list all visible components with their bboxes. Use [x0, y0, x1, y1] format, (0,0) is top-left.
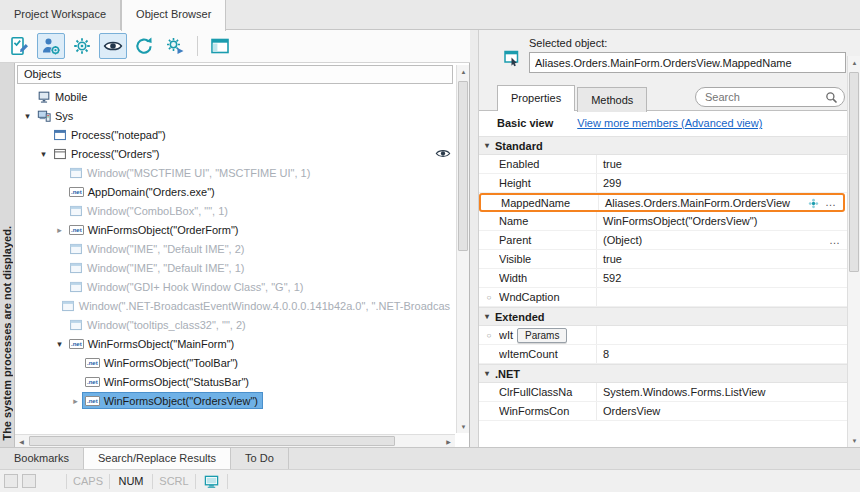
property-value[interactable]: 299	[596, 174, 847, 192]
collapse-chevron-icon[interactable]: ▾	[479, 312, 495, 321]
tree-item[interactable]: Window("IME", "Default IME", 1)	[15, 258, 455, 277]
tree-item-content[interactable]: Sys	[34, 107, 78, 124]
property-group-header[interactable]: ▾.NET	[479, 364, 847, 383]
tree-item-content[interactable]: Window("MSCTFIME UI", "MSCTFIME UI", 1)	[66, 164, 315, 181]
tree-item-content[interactable]: .netWinFormsObject("StatusBar")	[82, 373, 254, 390]
property-value[interactable]: Aliases.Orders.MainForm.OrdersView	[598, 195, 843, 210]
scrollbar-thumb[interactable]	[849, 72, 859, 272]
collapse-chevron-icon[interactable]: ▾	[479, 141, 495, 150]
tab-methods[interactable]: Methods	[577, 87, 647, 112]
property-row-enabled[interactable]: Enabledtrue	[479, 155, 847, 174]
tree-item[interactable]: .netWinFormsObject("ToolBar")	[15, 353, 455, 372]
expander-expanded-icon[interactable]: ▾	[37, 149, 50, 159]
scrollbar-thumb[interactable]	[458, 81, 468, 251]
tree-item-content[interactable]: .netWinFormsObject("OrderForm")	[66, 221, 244, 238]
tree-item[interactable]: ▾.netWinFormsObject("MainForm")	[15, 334, 455, 353]
property-row-width[interactable]: Width592	[479, 269, 847, 288]
edit-checklist-button[interactable]	[6, 33, 34, 59]
tree-item-content[interactable]: Window(".NET-BroadcastEventWindow.4.0.0.…	[58, 297, 455, 314]
tree-item-content[interactable]: Window("IME", "Default IME", 1)	[66, 259, 249, 276]
property-row-clrfullclassna[interactable]: ClrFullClassNaSystem.Windows.Forms.ListV…	[479, 383, 847, 402]
expander-expanded-icon[interactable]: ▾	[21, 111, 34, 121]
property-value[interactable]: true	[596, 250, 847, 268]
tree-item-content[interactable]: .netWinFormsObject("OrdersView")	[82, 392, 263, 409]
tree-item[interactable]: Window("IME", "Default IME", 2)	[15, 239, 455, 258]
expander-expanded-icon[interactable]: ▾	[53, 339, 66, 349]
ellipsis-button[interactable]: …	[829, 231, 840, 249]
visibility-eye-icon[interactable]	[435, 147, 451, 160]
tree-item[interactable]: Window("ComboLBox", "", 1)	[15, 201, 455, 220]
scroll-up-button[interactable]: ▲	[848, 56, 860, 69]
property-row-parent[interactable]: Parent(Object)…	[479, 231, 847, 250]
tree-item-content[interactable]: Process("Orders")	[50, 145, 165, 162]
tab-object-browser[interactable]: Object Browser	[121, 0, 226, 31]
tab-to-do[interactable]: To Do	[231, 448, 289, 469]
tree-item[interactable]: Window(".NET-BroadcastEventWindow.4.0.0.…	[15, 296, 455, 315]
property-value[interactable]: true	[596, 155, 847, 173]
tree-horizontal-scrollbar[interactable]: ◀ ▶	[15, 434, 455, 447]
tree-item[interactable]: Window("tooltips_class32", "", 2)	[15, 315, 455, 334]
expander-collapsed-icon[interactable]: ▸	[69, 396, 82, 406]
tree-item[interactable]: ▸.netWinFormsObject("OrderForm")	[15, 220, 455, 239]
selected-object-path-field[interactable]	[529, 52, 846, 73]
scrollbar-thumb[interactable]	[29, 436, 395, 446]
settings-button[interactable]	[68, 33, 96, 59]
scroll-down-button[interactable]: ▼	[457, 420, 470, 433]
highlight-object-icon[interactable]	[808, 198, 819, 209]
property-group-header[interactable]: ▾Standard	[479, 136, 847, 155]
property-row-name[interactable]: NameWinFormsObject("OrdersView")	[479, 212, 847, 231]
tab-properties[interactable]: Properties	[497, 85, 575, 111]
member-search-box[interactable]	[695, 87, 845, 107]
tree-item-content[interactable]: .netWinFormsObject("MainForm")	[66, 335, 239, 352]
tree-item[interactable]: Mobile	[15, 87, 455, 106]
property-row-winformscon[interactable]: WinFormsConOrdersView	[479, 402, 847, 421]
tree-item[interactable]: Process("notepad")	[15, 125, 455, 144]
params-button[interactable]: Params	[517, 328, 567, 343]
property-row-witemcount[interactable]: wItemCount8	[479, 345, 847, 364]
tree-item-content[interactable]: .netAppDomain("Orders.exe")	[66, 183, 220, 200]
property-value[interactable]	[596, 288, 847, 306]
advanced-view-link[interactable]: View more members (Advanced view)	[577, 117, 762, 129]
tree-item-content[interactable]: Process("notepad")	[50, 126, 171, 143]
collapse-chevron-icon[interactable]: ▾	[479, 369, 495, 378]
tree-item[interactable]: .netWinFormsObject("StatusBar")	[15, 372, 455, 391]
property-row-visible[interactable]: Visibletrue	[479, 250, 847, 269]
property-row-wndcaption[interactable]: ○WndCaption	[479, 288, 847, 307]
scroll-down-button[interactable]: ▼	[848, 434, 860, 447]
run-settings-button[interactable]	[161, 33, 189, 59]
tree-vertical-scrollbar[interactable]: ▲ ▼	[456, 65, 469, 433]
property-value[interactable]	[596, 326, 847, 344]
tab-project-workspace[interactable]: Project Workspace	[0, 0, 121, 30]
scroll-up-button[interactable]: ▲	[457, 65, 470, 78]
tree-item-content[interactable]: Window("tooltips_class32", "", 2)	[66, 316, 251, 333]
tree-item[interactable]: ▸.netWinFormsObject("OrdersView")	[15, 391, 455, 410]
property-value[interactable]: 592	[596, 269, 847, 287]
tree-item-content[interactable]: Window("ComboLBox", "", 1)	[66, 202, 233, 219]
panel-layout-button[interactable]	[206, 33, 234, 59]
panel-splitter[interactable]	[470, 30, 479, 447]
display-status-icon[interactable]	[204, 474, 219, 489]
property-row-mappedname[interactable]: MappedNameAliases.Orders.MainForm.Orders…	[479, 193, 845, 212]
property-value[interactable]: System.Windows.Forms.ListView	[596, 383, 847, 401]
tree-item-content[interactable]: Window("GDI+ Hook Window Class", "G", 1)	[66, 278, 308, 295]
tab-bookmarks[interactable]: Bookmarks	[0, 448, 84, 469]
tree-item-content[interactable]: .netWinFormsObject("ToolBar")	[82, 354, 243, 371]
tree-item-content[interactable]: Window("IME", "Default IME", 2)	[66, 240, 249, 257]
tree-item[interactable]: Window("MSCTFIME UI", "MSCTFIME UI", 1)	[15, 163, 455, 182]
tree-item-content[interactable]: Mobile	[34, 88, 92, 105]
tree-item[interactable]: Window("GDI+ Hook Window Class", "G", 1)	[15, 277, 455, 296]
property-value[interactable]: (Object)	[596, 231, 847, 249]
search-input[interactable]	[705, 89, 823, 105]
show-object-button[interactable]	[99, 33, 127, 59]
property-value[interactable]: 8	[596, 345, 847, 363]
tab-search-replace-results[interactable]: Search/Replace Results	[84, 448, 231, 469]
property-value[interactable]: OrdersView	[596, 402, 847, 420]
tree-item[interactable]: ▾Sys	[15, 106, 455, 125]
refresh-button[interactable]	[130, 33, 158, 59]
tree-item[interactable]: .netAppDomain("Orders.exe")	[15, 182, 455, 201]
highlight-object-button[interactable]	[37, 33, 65, 59]
property-value[interactable]: WinFormsObject("OrdersView")	[596, 212, 847, 230]
ellipsis-button[interactable]: …	[825, 195, 836, 210]
property-group-header[interactable]: ▾Extended	[479, 307, 847, 326]
tree-item[interactable]: ▾Process("Orders")	[15, 144, 455, 163]
